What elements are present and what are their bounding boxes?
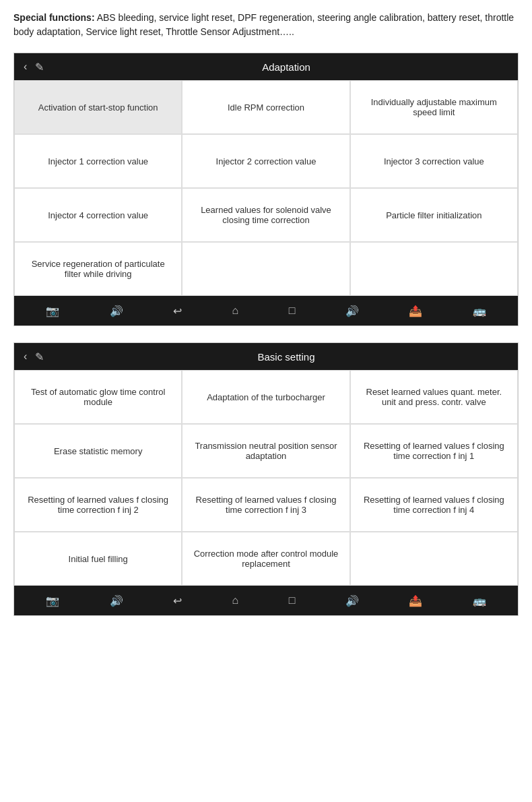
header-icons-left: ‹ ✎ bbox=[24, 61, 64, 73]
footer-back[interactable]: ↩ bbox=[169, 302, 186, 320]
footer-upload[interactable]: 📤 bbox=[405, 302, 426, 320]
cell-injector2[interactable]: Injector 2 correction value bbox=[182, 134, 350, 188]
cell-max-speed[interactable]: Individually adjustable maximum speed li… bbox=[350, 80, 518, 134]
footer2-bus[interactable]: 🚌 bbox=[469, 592, 490, 610]
edit-icon2[interactable]: ✎ bbox=[35, 350, 44, 363]
cell-injector3[interactable]: Injector 3 correction value bbox=[350, 134, 518, 188]
adaptation-footer: 📷 🔊 ↩ ⌂ □ 🔊 📤 🚌 bbox=[14, 296, 518, 326]
footer2-volume2[interactable]: 🔊 bbox=[341, 592, 363, 610]
cell-solenoid-valve[interactable]: Learned values for solenoid valve closin… bbox=[182, 188, 350, 242]
back-icon2[interactable]: ‹ bbox=[24, 350, 27, 363]
cell-glow-time[interactable]: Test of automatic glow time control modu… bbox=[14, 370, 182, 424]
footer2-back[interactable]: ↩ bbox=[169, 592, 186, 610]
footer2-volume[interactable]: 🔊 bbox=[106, 592, 127, 610]
cell-injector1[interactable]: Injector 1 correction value bbox=[14, 134, 182, 188]
cell-particle-filter[interactable]: Particle filter initialization bbox=[350, 188, 518, 242]
cell-correction-mode[interactable]: Correction mode after control module rep… bbox=[182, 532, 350, 586]
footer-square[interactable]: □ bbox=[285, 302, 300, 319]
cell-reset-closing-inj4[interactable]: Resetting of learned values f closing ti… bbox=[350, 478, 518, 532]
basic-setting-grid: Test of automatic glow time control modu… bbox=[14, 370, 518, 586]
intro-label: Special functions: bbox=[13, 12, 95, 23]
footer2-home[interactable]: ⌂ bbox=[228, 592, 243, 609]
footer2-square[interactable]: □ bbox=[285, 592, 300, 609]
adaptation-panel: ‹ ✎ Adaptation Activation of start-stop … bbox=[13, 53, 519, 326]
cell-idle-rpm[interactable]: Idle RPM correction bbox=[182, 80, 350, 134]
adaptation-title: Adaptation bbox=[64, 61, 508, 73]
cell-transmission-neutral[interactable]: Transmission neutral position sensor ada… bbox=[182, 424, 350, 478]
cell-activation-start-stop[interactable]: Activation of start-stop function bbox=[14, 80, 182, 134]
footer-volume2[interactable]: 🔊 bbox=[341, 302, 363, 320]
footer-bus[interactable]: 🚌 bbox=[469, 302, 490, 320]
cell-service-regen[interactable]: Service regeneration of particulate filt… bbox=[14, 242, 182, 296]
cell-empty-3 bbox=[350, 532, 518, 586]
cell-empty-2 bbox=[350, 242, 518, 296]
basic-setting-footer: 📷 🔊 ↩ ⌂ □ 🔊 📤 🚌 bbox=[14, 586, 518, 615]
footer2-upload[interactable]: 📤 bbox=[405, 592, 426, 610]
footer-volume[interactable]: 🔊 bbox=[106, 302, 127, 320]
basic-setting-panel: ‹ ✎ Basic setting Test of automatic glow… bbox=[13, 342, 519, 616]
intro-text: Special functions: ABS bleeding, service… bbox=[0, 0, 532, 53]
adaptation-header: ‹ ✎ Adaptation bbox=[14, 53, 518, 80]
cell-reset-closing-inj3[interactable]: Resetting of learned values f closing ti… bbox=[182, 478, 350, 532]
back-icon[interactable]: ‹ bbox=[24, 61, 27, 73]
cell-reset-closing-inj2[interactable]: Resetting of learned values f closing ti… bbox=[14, 478, 182, 532]
cell-reset-quant[interactable]: Reset learned values quant. meter. unit … bbox=[350, 370, 518, 424]
cell-injector4[interactable]: Injector 4 correction value bbox=[14, 188, 182, 242]
cell-empty-1 bbox=[182, 242, 350, 296]
footer-home[interactable]: ⌂ bbox=[228, 302, 243, 319]
footer2-camera[interactable]: 📷 bbox=[42, 592, 63, 610]
header-icons-left2: ‹ ✎ bbox=[24, 350, 64, 363]
cell-initial-fuel[interactable]: Initial fuel filling bbox=[14, 532, 182, 586]
basic-setting-header: ‹ ✎ Basic setting bbox=[14, 343, 518, 370]
cell-erase-statistic[interactable]: Erase statistic memory bbox=[14, 424, 182, 478]
adaptation-grid: Activation of start-stop function Idle R… bbox=[14, 80, 518, 296]
basic-setting-title: Basic setting bbox=[64, 351, 508, 363]
footer-camera[interactable]: 📷 bbox=[42, 302, 63, 320]
cell-reset-closing-inj1[interactable]: Resetting of learned values f closing ti… bbox=[350, 424, 518, 478]
edit-icon[interactable]: ✎ bbox=[35, 61, 44, 73]
cell-turbocharger[interactable]: Adaptation of the turbocharger bbox=[182, 370, 350, 424]
